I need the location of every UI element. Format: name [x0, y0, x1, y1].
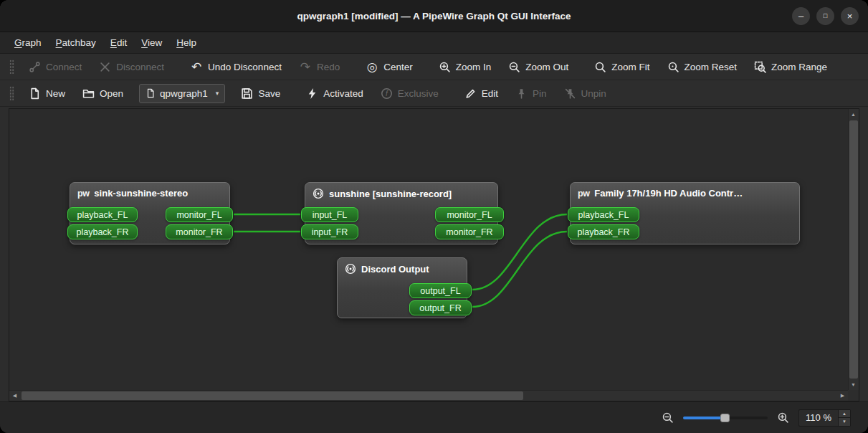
svg-text:f: f — [386, 89, 388, 97]
audio-node-icon — [345, 263, 356, 275]
node-family-hd-audio-controller[interactable]: pw Family 17h/19h HD Audio Contr… playba… — [570, 182, 800, 244]
horizontal-scrollbar[interactable]: ◀ ▶ — [9, 390, 848, 401]
spin-up-icon: ▲ — [842, 411, 846, 416]
redo-button[interactable]: ↷ Redo — [291, 56, 348, 77]
node-sink-sunshine-stereo[interactable]: pw sink-sunshine-stereo playback_FL play… — [70, 182, 230, 244]
horizontal-scrollbar-thumb[interactable] — [22, 391, 523, 400]
node-sunshine-record[interactable]: sunshine [sunshine-record] input_FL inpu… — [305, 182, 498, 244]
scroll-up-icon: ▲ — [851, 112, 856, 117]
window-title: qpwgraph1 [modified] — A PipeWire Graph … — [297, 11, 571, 22]
save-button[interactable]: Save — [233, 82, 288, 104]
zoom-in-indicator-icon — [777, 411, 789, 424]
statusbar: 110 % ▲ ▼ — [0, 401, 868, 433]
undo-disconnect-button[interactable]: ↶ Undo Disconnect — [182, 56, 290, 77]
pipewire-icon: pw — [578, 189, 589, 199]
disconnect-icon — [99, 61, 111, 73]
exclusive-icon: f — [381, 87, 393, 100]
patchbay-file-icon — [146, 88, 156, 98]
menu-graph[interactable]: Graph — [7, 32, 49, 53]
menu-patchbay[interactable]: Patchbay — [49, 32, 103, 53]
center-icon: ◎ — [366, 61, 378, 73]
connect-icon — [29, 61, 41, 73]
zoom-fit-icon — [594, 61, 606, 73]
node-discord-output[interactable]: Discord Output output_FL output_FR — [337, 257, 467, 318]
menubar: Graph Patchbay Edit View Help — [0, 32, 868, 54]
zoom-out-button[interactable]: Zoom Out — [500, 56, 576, 77]
edit-button[interactable]: Edit — [457, 82, 506, 104]
disconnect-button[interactable]: Disconnect — [91, 56, 172, 77]
activated-toggle[interactable]: Activated — [298, 82, 371, 104]
scrollbar-corner — [848, 390, 859, 401]
node-title: sunshine [sunshine-record] — [329, 189, 452, 199]
zoom-reset-button[interactable]: Zoom Reset — [659, 56, 745, 77]
node-title: sink-sunshine-stereo — [94, 188, 188, 199]
save-icon — [241, 87, 253, 100]
node-title: Family 17h/19h HD Audio Contr… — [594, 188, 743, 199]
graph-canvas[interactable]: pw sink-sunshine-stereo playback_FL play… — [9, 109, 848, 390]
menu-view[interactable]: View — [134, 32, 169, 53]
unpin-button[interactable]: Unpin — [556, 82, 614, 104]
zoom-fit-button[interactable]: Zoom Fit — [586, 56, 657, 77]
port-monitor-fl[interactable]: monitor_FL — [435, 207, 504, 222]
menu-edit[interactable]: Edit — [103, 32, 134, 53]
scroll-down-button[interactable]: ▼ — [848, 379, 859, 390]
toolbar-drag-handle[interactable] — [9, 86, 14, 100]
close-button[interactable]: × — [841, 7, 859, 25]
open-folder-icon — [82, 87, 95, 100]
zoom-slider[interactable] — [683, 413, 768, 423]
scroll-left-button[interactable]: ◀ — [9, 390, 20, 401]
zoom-in-icon — [439, 61, 451, 73]
port-playback-fl[interactable]: playback_FL — [67, 207, 138, 222]
center-button[interactable]: ◎ Center — [358, 56, 421, 77]
maximize-button[interactable]: □ — [816, 7, 834, 25]
zoom-in-button[interactable]: Zoom In — [431, 56, 500, 77]
chevron-down-icon: ▾ — [216, 90, 219, 97]
scroll-left-icon: ◀ — [13, 393, 16, 399]
exclusive-toggle[interactable]: f Exclusive — [373, 82, 447, 104]
zoom-percent-value: 110 % — [799, 410, 838, 426]
port-input-fr[interactable]: input_FR — [301, 224, 358, 239]
zoom-percent-spinbox[interactable]: 110 % ▲ ▼ — [798, 409, 851, 427]
undo-icon: ↶ — [190, 61, 203, 73]
minimize-button[interactable]: – — [792, 7, 810, 25]
scroll-right-button[interactable]: ▶ — [837, 390, 848, 401]
zoom-range-icon — [754, 61, 766, 73]
pin-button[interactable]: Pin — [507, 82, 555, 104]
zoom-reset-icon — [667, 61, 679, 73]
port-monitor-fl[interactable]: monitor_FL — [166, 207, 233, 222]
toolbar-patchbay: New Open qpwgraph1 ▾ Save Activated f Ex… — [0, 80, 868, 107]
port-monitor-fr[interactable]: monitor_FR — [435, 224, 504, 239]
connect-button[interactable]: Connect — [21, 56, 90, 77]
qpwgraph-window: qpwgraph1 [modified] — A PipeWire Graph … — [0, 0, 868, 433]
zoom-spin-down-button[interactable]: ▼ — [839, 418, 850, 426]
audio-node-icon — [313, 188, 324, 199]
port-playback-fl[interactable]: playback_FL — [568, 207, 639, 222]
port-monitor-fr[interactable]: monitor_FR — [166, 224, 233, 239]
port-output-fr[interactable]: output_FR — [409, 300, 472, 315]
zoom-slider-handle[interactable] — [720, 414, 730, 422]
redo-icon: ↷ — [299, 61, 312, 73]
titlebar[interactable]: qpwgraph1 [modified] — A PipeWire Graph … — [0, 0, 868, 32]
port-playback-fr[interactable]: playback_FR — [568, 224, 639, 239]
port-playback-fr[interactable]: playback_FR — [67, 224, 138, 239]
zoom-range-button[interactable]: Zoom Range — [746, 56, 835, 77]
scroll-down-icon: ▼ — [851, 382, 856, 387]
scroll-right-icon: ▶ — [841, 393, 844, 399]
vertical-scrollbar[interactable]: ▲ ▼ — [848, 109, 859, 390]
maximize-icon: □ — [824, 13, 827, 19]
port-input-fl[interactable]: input_FL — [301, 207, 358, 222]
unpin-icon — [564, 87, 576, 100]
vertical-scrollbar-thumb[interactable] — [849, 120, 858, 379]
zoom-out-icon — [508, 61, 520, 73]
new-button[interactable]: New — [21, 82, 73, 104]
open-button[interactable]: Open — [75, 82, 131, 104]
patchbay-selector-combo[interactable]: qpwgraph1 ▾ — [139, 84, 225, 103]
scroll-up-button[interactable]: ▲ — [848, 109, 859, 120]
port-output-fl[interactable]: output_FL — [409, 283, 472, 298]
lightning-bolt-icon — [306, 87, 318, 100]
menu-help[interactable]: Help — [169, 32, 204, 53]
pencil-icon — [464, 87, 477, 100]
toolbar-drag-handle[interactable] — [9, 60, 14, 74]
pin-icon — [515, 87, 528, 100]
zoom-spin-up-button[interactable]: ▲ — [839, 410, 850, 419]
